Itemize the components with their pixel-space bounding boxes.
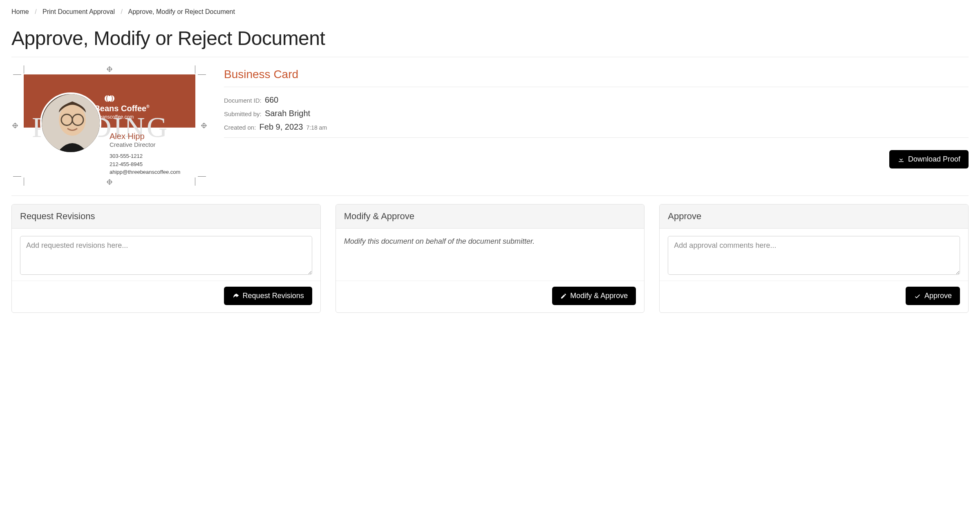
created-on-date: Feb 9, 2023 [260, 122, 303, 131]
created-on-label: Created on: [224, 124, 256, 131]
request-revisions-label: Request Revisions [243, 292, 304, 300]
breadcrumb-current: Approve, Modify or Reject Document [128, 8, 235, 15]
modify-approve-label: Modify & Approve [570, 292, 628, 300]
card-person-role: Creative Director [110, 141, 180, 148]
page-title: Approve, Modify or Reject Document [11, 27, 969, 49]
request-revisions-button[interactable]: Request Revisions [224, 287, 312, 305]
download-proof-button[interactable]: Download Proof [889, 150, 969, 168]
check-icon [914, 292, 921, 300]
crop-mark-icon [198, 176, 206, 177]
breadcrumb: Home / Print Document Approval / Approve… [11, 8, 969, 16]
coffee-beans-icon [103, 95, 116, 102]
svg-point-13 [109, 95, 114, 102]
submitted-by-value: Sarah Bright [265, 109, 310, 118]
registration-mark-icon [107, 66, 112, 72]
card-phone-2: 212-455-8945 [110, 160, 180, 168]
registration-mark-icon [107, 179, 112, 185]
modify-approve-button[interactable]: Modify & Approve [552, 287, 636, 305]
document-type-title: Business Card [224, 68, 969, 81]
revisions-textarea[interactable] [20, 236, 312, 275]
registration-mark-icon [12, 123, 18, 128]
breadcrumb-home[interactable]: Home [11, 8, 29, 15]
card-person-name: Alex Hipp [110, 132, 180, 141]
breadcrumb-sep: / [121, 8, 122, 15]
panel-title-modify: Modify & Approve [336, 204, 644, 229]
created-on-line: Created on: Feb 9, 2023 7:18 am [224, 122, 969, 132]
modify-description: Modify this document on behalf of the do… [344, 236, 636, 247]
business-card: Three Beans Coffee® threebeanscoffee.com… [24, 74, 195, 177]
panel-title-approve: Approve [660, 204, 968, 229]
crop-mark-icon [24, 65, 24, 74]
approve-textarea[interactable] [668, 236, 960, 275]
registration-mark-icon [201, 123, 207, 128]
approve-panel: Approve Approve [659, 204, 969, 313]
approve-button[interactable]: Approve [906, 287, 960, 305]
document-id-label: Document ID: [224, 97, 262, 104]
crop-mark-icon [24, 177, 24, 186]
submitted-by-label: Submitted by: [224, 110, 262, 117]
request-revisions-panel: Request Revisions Request Revisions [11, 204, 321, 313]
crop-mark-icon [195, 177, 195, 186]
card-email: ahipp@threebeanscoffee.com [110, 168, 180, 176]
approve-label: Approve [924, 292, 952, 300]
download-proof-label: Download Proof [908, 155, 960, 164]
document-id-value: 660 [265, 95, 278, 104]
pencil-icon [560, 293, 567, 299]
crop-mark-icon [13, 74, 21, 75]
divider [11, 195, 969, 196]
proof-preview: Three Beans Coffee® threebeanscoffee.com… [11, 65, 208, 186]
submitted-by-line: Submitted by: Sarah Bright [224, 109, 969, 118]
document-info: Business Card Document ID: 660 Submitted… [224, 65, 969, 186]
crop-mark-icon [195, 65, 195, 74]
panel-title-revisions: Request Revisions [12, 204, 320, 229]
document-id-line: Document ID: 660 [224, 95, 969, 105]
divider [224, 137, 969, 138]
download-icon [897, 156, 905, 163]
crop-mark-icon [198, 74, 206, 75]
crop-mark-icon [13, 176, 21, 177]
share-arrow-icon [232, 292, 239, 300]
divider [11, 57, 969, 57]
modify-approve-panel: Modify & Approve Modify this document on… [336, 204, 645, 313]
card-phone-1: 303-555-1212 [110, 152, 180, 160]
breadcrumb-sep: / [35, 8, 36, 15]
created-on-time: 7:18 am [306, 124, 327, 131]
breadcrumb-print-approval[interactable]: Print Document Approval [43, 8, 115, 15]
avatar [40, 92, 101, 154]
divider [224, 87, 969, 87]
